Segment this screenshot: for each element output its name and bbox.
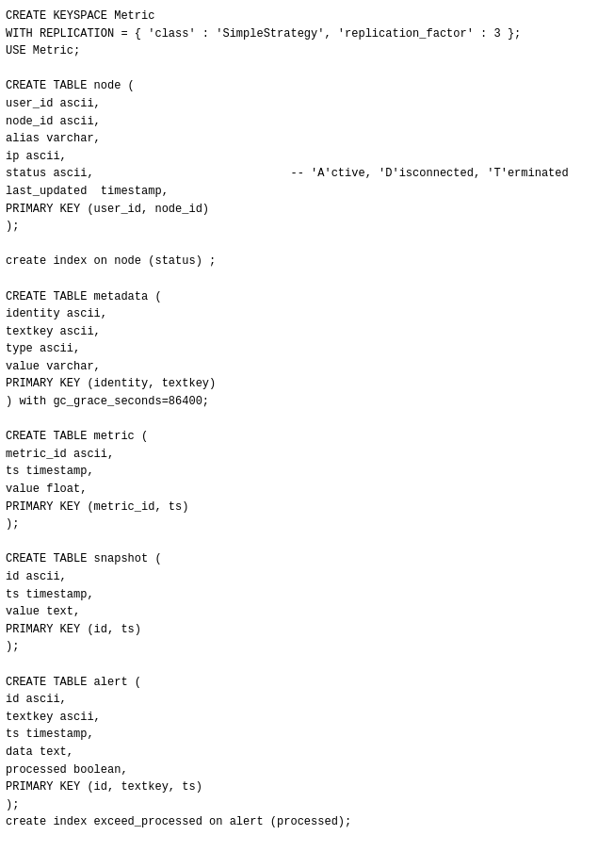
code-container: CREATE KEYSPACE Metric WITH REPLICATION … bbox=[0, 0, 614, 839]
